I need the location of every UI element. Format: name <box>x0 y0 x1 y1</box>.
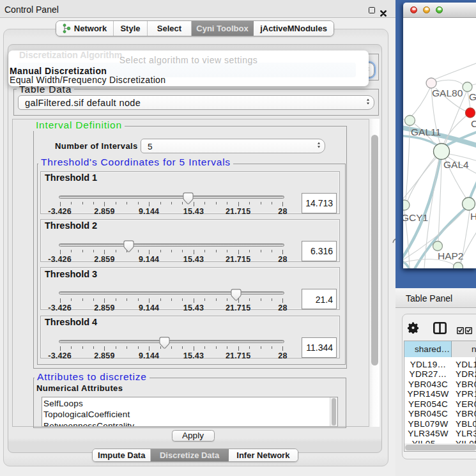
svg-text:HIS: HIS <box>470 211 476 222</box>
svg-text:HAP2: HAP2 <box>438 250 464 261</box>
svg-text:GAL: GAL <box>469 91 476 102</box>
svg-text:GAL4: GAL4 <box>443 159 469 170</box>
svg-text:GCY1: GCY1 <box>403 212 428 223</box>
svg-text:GAL11: GAL11 <box>411 127 441 137</box>
svg-text:GAL80: GAL80 <box>432 88 463 98</box>
svg-text:CY: CY <box>471 118 476 129</box>
